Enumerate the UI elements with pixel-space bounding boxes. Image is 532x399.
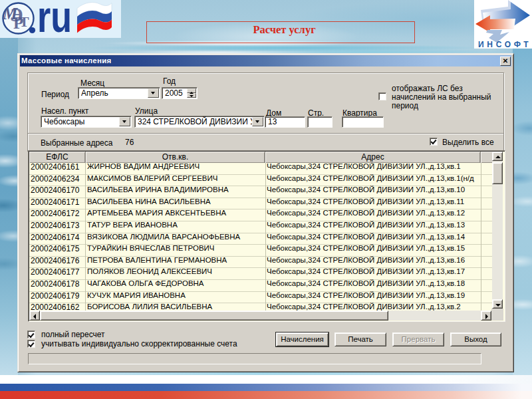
svg-text:ru: ru bbox=[37, 0, 72, 38]
svg-text:ИНСОФТ: ИНСОФТ bbox=[478, 40, 531, 49]
svg-text:Т: Т bbox=[19, 13, 29, 30]
